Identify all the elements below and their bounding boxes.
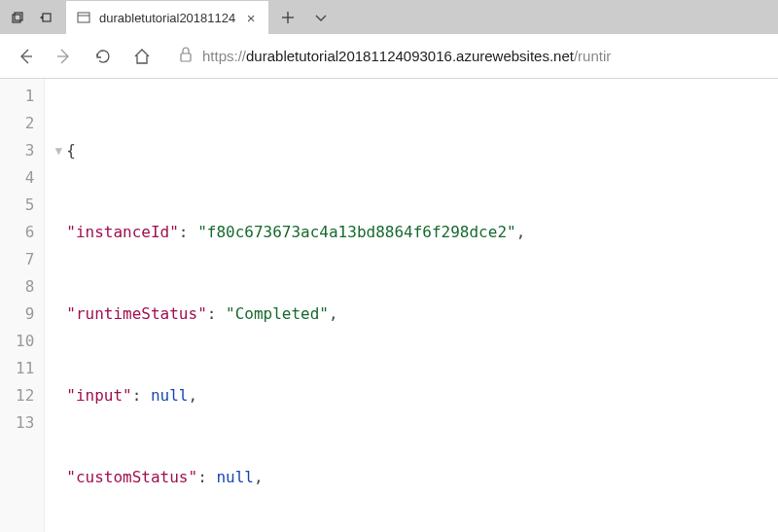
- svg-rect-1: [15, 13, 22, 20]
- line-number: 10: [16, 328, 34, 355]
- json-key: "input": [66, 382, 131, 409]
- home-button[interactable]: [124, 39, 159, 74]
- line-number: 12: [16, 382, 34, 409]
- close-icon[interactable]: ×: [243, 10, 259, 26]
- svg-rect-0: [13, 15, 20, 22]
- line-number: 8: [16, 273, 34, 301]
- json-string: "Completed": [226, 301, 329, 328]
- json-string: "f80c673673ac4a13bd8864f6f298dce2": [197, 219, 516, 246]
- refresh-button[interactable]: [86, 39, 121, 74]
- json-key: "runtimeStatus": [66, 301, 207, 328]
- svg-rect-2: [43, 14, 51, 21]
- line-number: 13: [16, 409, 34, 437]
- window-controls: [0, 0, 64, 34]
- line-number: 6: [16, 219, 34, 246]
- line-number: 1: [16, 83, 34, 110]
- favicon-icon: [76, 10, 91, 25]
- svg-rect-3: [78, 13, 89, 22]
- line-number: 4: [16, 164, 34, 192]
- new-tab-icon[interactable]: [274, 4, 301, 31]
- svg-rect-9: [181, 53, 191, 61]
- set-aside-icon[interactable]: [33, 4, 60, 31]
- line-number: 5: [16, 192, 34, 219]
- fold-icon[interactable]: ▼: [51, 137, 66, 164]
- json-body[interactable]: ▼ { "instanceId": "f80c673673ac4a13bd886…: [45, 79, 525, 532]
- tab-title: durabletutorial20181124: [99, 11, 235, 25]
- address-bar[interactable]: https://durabletutorial20181124093016.az…: [173, 41, 770, 72]
- url-text: https://durabletutorial20181124093016.az…: [202, 48, 611, 64]
- json-null: null: [151, 382, 189, 409]
- lock-icon: [179, 47, 193, 65]
- json-key: "customStatus": [66, 464, 197, 491]
- json-key: "instanceId": [66, 219, 179, 246]
- line-number: 9: [16, 301, 34, 328]
- back-button[interactable]: [8, 39, 43, 74]
- nav-toolbar: https://durabletutorial20181124093016.az…: [0, 34, 778, 79]
- line-number: 7: [16, 246, 34, 273]
- line-number: 2: [16, 110, 34, 137]
- tab-strip-buttons: [268, 0, 340, 34]
- json-null: null: [216, 464, 254, 491]
- forward-button[interactable]: [47, 39, 82, 74]
- line-gutter: 1 2 3 4 5 6 7 8 9 10 11 12 13: [0, 79, 45, 532]
- titlebar: durabletutorial20181124 ×: [0, 0, 778, 34]
- line-number: 3: [16, 137, 34, 164]
- tab-actions-icon[interactable]: [4, 4, 31, 31]
- line-number: 11: [16, 355, 34, 382]
- tab-menu-icon[interactable]: [307, 4, 335, 31]
- json-viewer: 1 2 3 4 5 6 7 8 9 10 11 12 13 ▼ { "insta…: [0, 79, 778, 532]
- browser-tab[interactable]: durabletutorial20181124 ×: [66, 0, 268, 34]
